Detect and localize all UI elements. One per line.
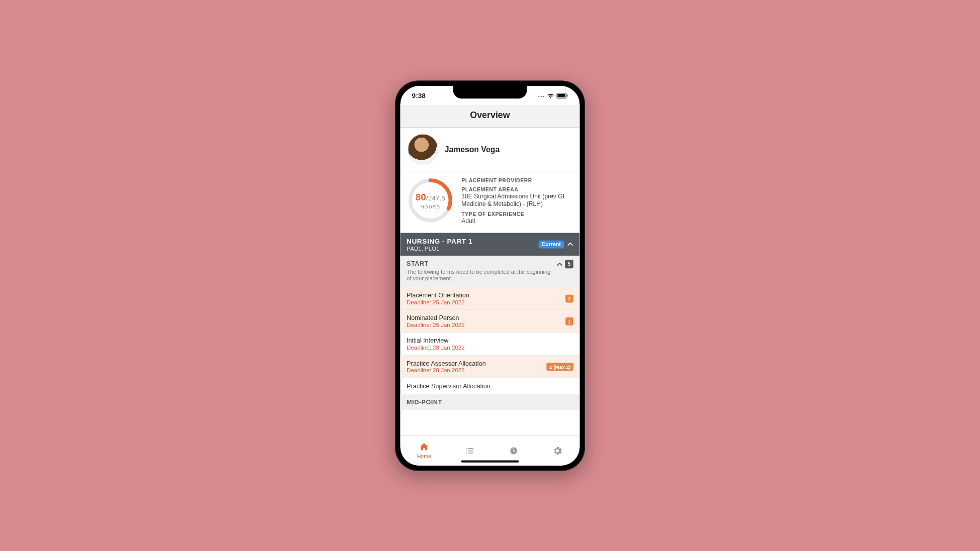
status-time: 9:38	[412, 91, 426, 99]
form-deadline: Deadline: 25 Jan 2022	[407, 321, 465, 328]
form-badge: 2	[565, 294, 573, 302]
hours-completed: 80	[416, 191, 426, 202]
form-deadline: Deadline: 25 Jan 2022	[407, 299, 469, 305]
hours-ring: 80/247.5 HOURS	[408, 177, 455, 225]
form-item[interactable]: Placement OrientationDeadline: 25 Jan 20…	[401, 287, 580, 310]
chevron-up-icon	[556, 261, 563, 267]
tab-time[interactable]	[509, 445, 519, 456]
phone-frame: 9:38 .... Overview Jameson Vega	[395, 80, 585, 471]
experience-type-label: TYPE OF EXPERIENCE	[461, 211, 572, 217]
profile-row[interactable]: Jameson Vega	[401, 127, 580, 172]
chevron-up-icon	[567, 241, 573, 248]
section-title: NURSING - PART 1	[407, 237, 472, 245]
tab-settings[interactable]	[552, 445, 563, 456]
svg-rect-2	[567, 94, 568, 96]
tab-home[interactable]: Home	[417, 442, 431, 459]
placement-summary: 80/247.5 HOURS PLACEMENT PROVIDERR PLACE…	[401, 172, 580, 233]
form-deadline: Deadline: 28 Jan 2022	[407, 367, 486, 373]
cellular-icon: ....	[537, 92, 545, 98]
content[interactable]: Jameson Vega 80/247.5 HOURS	[401, 127, 580, 434]
clock-icon	[509, 445, 519, 456]
battery-icon	[556, 92, 568, 98]
placement-info: PLACEMENT PROVIDERR PLACEMENT AREAA 10E …	[461, 177, 572, 225]
form-name: Initial Interview	[407, 337, 465, 344]
home-indicator[interactable]	[461, 460, 519, 462]
avatar[interactable]	[408, 134, 438, 164]
placement-provider-label: PLACEMENT PROVIDERR	[461, 177, 572, 183]
hours-numbers: 80/247.5	[416, 191, 445, 202]
form-name: Practice Supervisor Allocation	[407, 382, 491, 390]
tab-home-label: Home	[417, 453, 431, 459]
subsection-midpoint[interactable]: MID-POINT	[401, 394, 580, 410]
page-title: Overview	[401, 110, 580, 121]
form-item[interactable]: Initial InterviewDeadline: 28 Jan 2022	[401, 333, 580, 355]
form-name: Placement Orientation	[407, 291, 469, 299]
experience-type-value: Adult	[461, 217, 572, 225]
placement-area-value: 10E Surgical Admissions Unit (prev GI Me…	[461, 192, 572, 208]
form-name: Nominated Person	[407, 314, 465, 321]
hours-total: /247.5	[426, 193, 445, 201]
notch	[453, 86, 527, 98]
section-nursing[interactable]: NURSING - PART 1 PAD1, PLO1 Current	[401, 233, 580, 255]
profile-name: Jameson Vega	[445, 145, 500, 154]
start-count-badge: 5	[565, 260, 573, 268]
status-icons: ....	[537, 92, 568, 98]
header: Overview	[401, 104, 580, 127]
section-sub: PAD1, PLO1	[407, 245, 472, 251]
form-item[interactable]: Practice Assessor AllocationDeadline: 28…	[401, 355, 580, 378]
form-item[interactable]: Practice Supervisor Allocation	[401, 378, 580, 394]
svg-rect-1	[557, 93, 565, 97]
subsection-start[interactable]: START The following forms need to be com…	[401, 255, 580, 287]
form-badge: 2 (Max 2)	[547, 362, 573, 370]
form-deadline: Deadline: 28 Jan 2022	[407, 344, 465, 351]
hours-label: HOURS	[421, 203, 440, 209]
placement-area-label: PLACEMENT AREAA	[461, 186, 572, 192]
gear-icon	[552, 445, 563, 456]
start-title: START	[407, 260, 552, 267]
list-icon	[464, 445, 475, 456]
start-desc: The following forms need to be completed…	[407, 268, 552, 283]
wifi-icon	[547, 92, 554, 98]
form-item[interactable]: Nominated PersonDeadline: 25 Jan 20221	[401, 310, 580, 333]
form-badge: 1	[565, 317, 573, 325]
screen: 9:38 .... Overview Jameson Vega	[401, 86, 580, 466]
status-badge: Current	[538, 240, 564, 248]
form-name: Practice Assessor Allocation	[407, 360, 486, 367]
tab-list[interactable]	[464, 445, 475, 456]
home-icon	[419, 442, 429, 452]
